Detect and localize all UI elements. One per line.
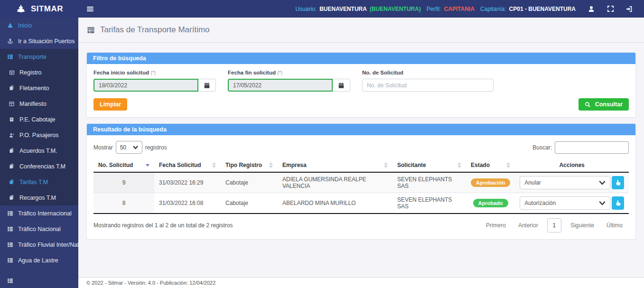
accion-select[interactable]: Autorización: [520, 196, 610, 210]
list-table-icon: [7, 54, 14, 60]
sidebar-item-po-pasajeros[interactable]: P.O. Pasajeros: [0, 127, 78, 143]
buscar-input[interactable]: [555, 141, 629, 154]
no-solicitud-input[interactable]: [362, 79, 494, 92]
col-tipo-registro[interactable]: Tipo Registro: [221, 158, 278, 172]
card-icon: [8, 70, 15, 75]
page-title: Tarifas de Transporte Marítimo: [100, 25, 210, 35]
ejecutar-accion-button[interactable]: [612, 196, 624, 210]
sidebar-item-label: Tráfico Internacional: [18, 210, 72, 217]
sidebar-item-label: Inicio: [18, 22, 32, 29]
registros-label: registros: [145, 144, 167, 151]
pagination-prev[interactable]: Anterior: [512, 219, 544, 232]
user-value: BUENAVENTURA: [319, 6, 367, 12]
results-table: No. Solicitud Fecha Solicitud Tipo Regis…: [93, 158, 629, 214]
user-profile-icon[interactable]: [583, 3, 599, 15]
cell-no-solicitud: 8: [93, 193, 154, 214]
table-header-row: No. Solicitud Fecha Solicitud Tipo Regis…: [93, 158, 629, 172]
col-fecha-solicitud[interactable]: Fecha Solicitud: [154, 158, 221, 172]
sidebar-item-ir-a-situacion-puertos[interactable]: Ir a Situación Puertos: [0, 33, 78, 49]
consultar-button[interactable]: Consultar: [579, 98, 629, 111]
sidebar-item-label: Transporte: [18, 54, 47, 60]
ship-icon: [7, 22, 14, 29]
table-row: 8 31/03/2022 16:08 Cabotaje ABELARDO MIN…: [93, 193, 629, 214]
col-solicitante[interactable]: Solicitante: [392, 158, 466, 172]
col-empresa[interactable]: Empresa: [278, 158, 392, 172]
list-table-icon: [7, 278, 14, 284]
fecha-inicio-input[interactable]: [93, 79, 198, 92]
sidebar: Inicio Ir a Situación Puertos Transporte…: [0, 18, 78, 288]
sidebar-submenu-transporte: Transporte Registro Fletamento Manifiest…: [0, 49, 78, 205]
calendar-icon[interactable]: [198, 79, 216, 92]
capitania-label: Capitanía:: [480, 6, 506, 12]
copy-icon: [8, 148, 15, 154]
cell-solicitante: SEVEN ELEPHANTS SAS: [392, 193, 466, 214]
footer: © 2022 - Sitmar - Versión: 4.0 - Publica…: [78, 277, 644, 288]
sidebar-item-label: Tráfico Nacional: [18, 226, 61, 232]
cell-solicitante: SEVEN ELEPHANTS SAS: [392, 172, 466, 193]
sidebar-item-recargos-tm[interactable]: Recargos T.M: [0, 190, 78, 205]
ship-logo-icon: [15, 4, 27, 14]
copy-icon: [8, 163, 15, 169]
list-table-icon: [7, 210, 14, 216]
pagination-current-page[interactable]: 1: [547, 218, 561, 232]
sidebar-item-registro[interactable]: Registro: [0, 65, 78, 80]
logout-icon[interactable]: [621, 3, 637, 15]
sidebar-item-trafico-fluvial[interactable]: Tráfico Fluvial Inter/Nal: [0, 237, 78, 252]
sidebar-item-label: Conferencias T.M: [19, 163, 65, 170]
sidebar-item-trafico-internacional[interactable]: Tráfico Internacional: [0, 205, 78, 221]
sidebar-item-tarifas-tm[interactable]: Tarifas T.M: [0, 174, 78, 190]
cell-empresa: ADIELA GUMERSINDA REALPE VALENCIA: [278, 172, 392, 193]
chevron-down-icon: [599, 181, 606, 185]
col-estado[interactable]: Estado: [466, 158, 515, 172]
list-table-icon: [7, 242, 14, 248]
sidebar-item-fletamento[interactable]: Fletamento: [0, 80, 78, 96]
sort-icons: [379, 162, 388, 168]
sidebar-item-pe-cabotaje[interactable]: P.E. Cabotaje: [0, 111, 78, 127]
sidebar-item-agua-de-lastre[interactable]: Agua de Lastre: [0, 252, 78, 268]
pagination-last[interactable]: Último: [600, 219, 629, 232]
calendar-icon[interactable]: [333, 79, 350, 92]
sidebar-item-conferencias-tm[interactable]: Conferencias T.M: [0, 158, 78, 174]
fullscreen-icon[interactable]: [602, 3, 618, 15]
user-alias: (BUENAVENTURA): [370, 6, 421, 12]
sort-icons: [453, 162, 461, 168]
sidebar-item-transporte[interactable]: Transporte: [0, 49, 78, 65]
page-header: Tarifas de Transporte Marítimo: [78, 18, 644, 43]
fecha-fin-label: Fecha fin solicitud (*): [228, 70, 350, 75]
sidebar-item-acuerdos-tm[interactable]: Acuerdos T.M.: [0, 143, 78, 158]
clipboard-icon: [8, 116, 15, 122]
table-title-icon: [86, 26, 95, 34]
cell-fecha: 31/03/2022 16:08: [154, 193, 221, 214]
accion-select[interactable]: Anular: [520, 176, 610, 189]
chevron-down-icon: [599, 201, 606, 205]
sidebar-item-label: Recargos T.M: [19, 195, 56, 201]
required-mark: (*): [277, 70, 282, 75]
sidebar-item-manifiesto[interactable]: Manifiesto: [0, 96, 78, 111]
sidebar-item-label: Registro: [19, 69, 42, 76]
col-no-solicitud[interactable]: No. Solicitud: [93, 158, 154, 172]
pagination: Primero Anterior 1 Siguiente Último: [480, 218, 629, 232]
sidebar-item-label: Acuerdos T.M.: [19, 148, 57, 154]
required-mark: (*): [150, 70, 156, 75]
top-navbar: SITMAR Usuario: BUENAVENTURA (BUENAVENTU…: [0, 0, 644, 18]
mostrar-label: Mostrar: [93, 144, 113, 151]
sidebar-item-label: Agua de Lastre: [18, 257, 58, 264]
sidebar-item-trafico-nacional[interactable]: Tráfico Nacional: [0, 221, 78, 237]
pagination-next[interactable]: Siguiente: [564, 219, 600, 232]
status-badge: Aprobado: [473, 199, 508, 207]
sidebar-toggle-icon[interactable]: [84, 4, 96, 14]
pagination-first[interactable]: Primero: [480, 219, 512, 232]
brand[interactable]: SITMAR: [0, 4, 78, 14]
limpiar-button[interactable]: Limpiar: [93, 98, 127, 111]
fecha-fin-input[interactable]: [228, 79, 333, 92]
sidebar-item-label: P.E. Cabotaje: [19, 116, 56, 123]
buscar-label: Buscar:: [532, 144, 552, 151]
sidebar-item-partial[interactable]: [0, 273, 78, 288]
ejecutar-accion-button[interactable]: [612, 176, 624, 189]
cell-no-solicitud: 9: [93, 172, 154, 193]
results-panel-header: Resultado de la búsqueda: [87, 124, 635, 135]
sidebar-item-inicio[interactable]: Inicio: [0, 18, 78, 33]
list-table-icon: [7, 257, 14, 263]
col-acciones: Acciones: [515, 158, 629, 172]
page-size-select[interactable]: 50: [116, 141, 142, 154]
